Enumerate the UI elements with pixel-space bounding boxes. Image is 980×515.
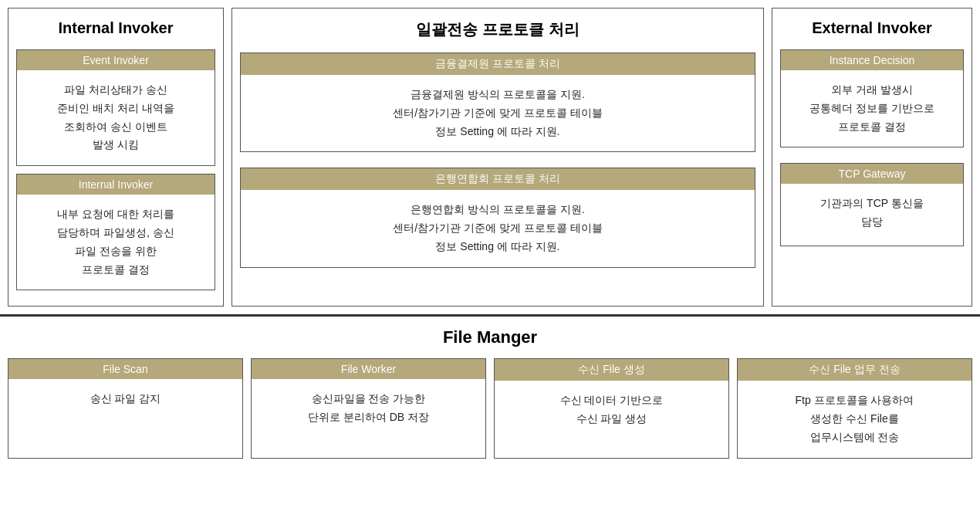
event-invoker-header: Event Invoker (17, 50, 215, 70)
file-scan-header: File Scan (8, 359, 242, 379)
left-panel-title: Internal Invoker (16, 16, 215, 40)
receive-file-transfer-header: 수신 File 업무 전송 (738, 359, 972, 381)
main-container: Internal Invoker Event Invoker 파일 처리상태가 … (0, 0, 980, 515)
event-invoker-body: 파일 처리상태가 송신 준비인 배치 처리 내역을 조회하여 송신 이벤트 발생… (17, 70, 215, 165)
bank-association-body: 은행연합회 방식의 프로토콜을 지원. 센터/참가기관 기준에 맞게 프로토콜 … (241, 190, 755, 266)
receive-file-create-card: 수신 File 생성 수신 데이터 기반으로 수신 파일 생성 (494, 358, 729, 458)
center-inner: 금융결제원 프로토콜 처리 금융결제원 방식의 프로토콜을 지원. 센터/참가기… (240, 53, 755, 276)
receive-file-create-header: 수신 File 생성 (495, 359, 728, 381)
financial-protocol-header: 금융결제원 프로토콜 처리 (241, 53, 755, 75)
bottom-section: File Manger File Scan 송신 파일 감지 File Work… (0, 317, 980, 466)
left-panel: Internal Invoker Event Invoker 파일 처리상태가 … (8, 8, 224, 307)
internal-invoker-header: Internal Invoker (17, 174, 215, 195)
tcp-gateway-body: 기관과의 TCP 통신을 담당 (781, 184, 963, 246)
internal-invoker-body: 내부 요청에 대한 처리를 담당하며 파일생성, 송신 파일 전송을 위한 프로… (17, 195, 215, 290)
tcp-gateway-box: TCP Gateway 기관과의 TCP 통신을 담당 (780, 163, 964, 246)
bottom-title: File Manger (8, 327, 972, 347)
right-inner: Instance Decision 외부 거래 발생시 공통헤더 정보를 기반으… (780, 49, 964, 254)
financial-protocol-body: 금융결제원 방식의 프로토콜을 지원. 센터/참가기관 기준에 맞게 프로토콜 … (241, 75, 755, 151)
event-invoker-box: Event Invoker 파일 처리상태가 송신 준비인 배치 처리 내역을 … (16, 49, 215, 166)
receive-file-create-body: 수신 데이터 기반으로 수신 파일 생성 (495, 381, 728, 439)
center-panel-title: 일괄전송 프로토클 처리 (240, 16, 755, 43)
internal-invoker-box: Internal Invoker 내부 요청에 대한 처리를 담당하며 파일생성… (16, 174, 215, 290)
top-section: Internal Invoker Event Invoker 파일 처리상태가 … (0, 0, 980, 317)
bank-association-box: 은행연합회 프로토콜 처리 은행연합회 방식의 프로토콜을 지원. 센터/참가기… (240, 168, 755, 267)
instance-decision-box: Instance Decision 외부 거래 발생시 공통헤더 정보를 기반으… (780, 49, 964, 147)
right-panel-title: External Invoker (780, 16, 964, 40)
instance-decision-header: Instance Decision (781, 50, 963, 70)
file-scan-body: 송신 파일 감지 (8, 379, 242, 433)
instance-decision-body: 외부 거래 발생시 공통헤더 정보를 기반으로 프로토콜 결정 (781, 70, 963, 147)
file-worker-card: File Worker 송신파일을 전송 가능한 단위로 분리하여 DB 저장 (251, 358, 486, 458)
file-scan-card: File Scan 송신 파일 감지 (8, 358, 243, 458)
file-worker-body: 송신파일을 전송 가능한 단위로 분리하여 DB 저장 (252, 379, 485, 438)
receive-file-transfer-body: Ftp 프로토콜을 사용하여 생성한 수신 File를 업무시스템에 전송 (738, 381, 972, 457)
receive-file-transfer-card: 수신 File 업무 전송 Ftp 프로토콜을 사용하여 생성한 수신 File… (737, 358, 972, 458)
tcp-gateway-header: TCP Gateway (781, 164, 963, 184)
bank-association-header: 은행연합회 프로토콜 처리 (241, 168, 755, 190)
financial-protocol-box: 금융결제원 프로토콜 처리 금융결제원 방식의 프로토콜을 지원. 센터/참가기… (240, 53, 755, 152)
file-worker-header: File Worker (252, 359, 485, 379)
right-panel: External Invoker Instance Decision 외부 거래… (772, 8, 972, 307)
center-panel: 일괄전송 프로토클 처리 금융결제원 프로토콜 처리 금융결제원 방식의 프로토… (231, 8, 764, 307)
bottom-cards: File Scan 송신 파일 감지 File Worker 송신파일을 전송 … (8, 358, 972, 458)
